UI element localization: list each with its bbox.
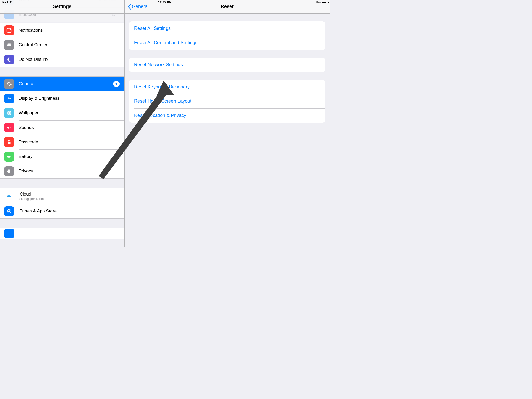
display-icon: AA [4,94,14,103]
sidebar-item-icloud[interactable]: iCloud fskurt@gmail.com [0,188,124,204]
sidebar-item-general[interactable]: General 1 [0,77,124,91]
reset-location-privacy[interactable]: Reset Location & Privacy [129,108,325,123]
sidebar-item-privacy[interactable]: Privacy [0,164,124,178]
status-device: iPad [2,1,8,4]
sidebar-item-label: Control Center [19,42,124,48]
cloud-icon [4,191,14,201]
sidebar-item-label: Battery [19,154,124,159]
reset-network-settings[interactable]: Reset Network Settings [129,58,325,72]
sidebar-item-label: Notifications [19,28,124,33]
icloud-subtitle: fskurt@gmail.com [19,197,124,201]
svg-rect-13 [8,142,11,144]
lock-icon [4,137,14,147]
sidebar-item-notifications[interactable]: Notifications [0,23,124,38]
appstore-icon [4,206,14,216]
row-label: Erase All Content and Settings [134,40,197,45]
reset-section-1: Reset All Settings Erase All Content and… [129,21,325,50]
reset-section-3: Reset Keyboard Dictionary Reset Home Scr… [129,80,325,123]
row-label: Reset Location & Privacy [134,113,186,118]
sidebar-group-1: Notifications Control Center Do Not Dist… [0,23,124,67]
sidebar-item-label: Do Not Disturb [19,57,124,62]
sidebar-badge: 1 [113,81,120,87]
reset-home-screen-layout[interactable]: Reset Home Screen Layout [129,94,325,108]
svg-rect-3 [7,45,11,46]
reset-keyboard-dictionary[interactable]: Reset Keyboard Dictionary [129,80,325,94]
svg-point-4 [8,44,9,44]
sidebar-item-label: Display & Brightness [19,96,124,101]
sidebar-item-label: General [19,81,113,87]
row-label: Reset Network Settings [134,62,183,68]
sidebar-group-2: General 1 AA Display & Brightness Wallp [0,76,124,179]
next-icon [4,229,14,238]
sidebar-item-wallpaper[interactable]: Wallpaper [0,106,124,120]
svg-point-5 [10,45,10,46]
sidebar-item-control-center[interactable]: Control Center [0,38,124,52]
svg-point-1 [10,29,11,30]
sidebar-item-label: iCloud [19,192,124,197]
hand-icon [4,166,14,176]
svg-rect-14 [7,156,11,157]
sidebar-group-3: iCloud fskurt@gmail.com iTunes & App Sto… [0,188,124,219]
sidebar-item-do-not-disturb[interactable]: Do Not Disturb [0,52,124,67]
sidebar-item-itunes-appstore[interactable]: iTunes & App Store [0,204,124,218]
gear-icon [4,79,14,89]
sidebar-item-label: Passcode [19,139,124,145]
settings-sidebar: Wi-Fi superhero Bluetooth Off Settings [0,0,125,247]
sidebar-group-4 [0,228,124,239]
sidebar-item-sounds[interactable]: Sounds [0,120,124,135]
battery-icon [322,1,328,4]
status-time: 12:35 PM [158,1,171,4]
sidebar-item-battery[interactable]: Battery [0,149,124,164]
detail-pane: General Reset Reset All Settings Erase A… [125,0,330,247]
reset-section-2: Reset Network Settings [129,58,325,72]
svg-rect-15 [11,156,11,157]
row-label: Reset Keyboard Dictionary [134,84,190,90]
status-bar: iPad 12:35 PM 58% [0,0,330,5]
row-label: Reset Home Screen Layout [134,98,191,104]
battery-icon [4,152,14,162]
sidebar-item-label: Privacy [19,169,124,174]
sidebar-item-next[interactable] [0,228,124,239]
wifi-icon [9,1,12,4]
svg-text:AA: AA [7,97,11,100]
notifications-icon [4,25,14,35]
sidebar-item-label: Wallpaper [19,110,124,116]
row-label: Reset All Settings [134,26,171,31]
sidebar-item-label: iTunes & App Store [19,209,124,214]
status-battery-pct: 58% [315,1,321,4]
sidebar-item-display-brightness[interactable]: AA Display & Brightness [0,91,124,106]
control-center-icon [4,40,14,50]
sidebar-item-passcode[interactable]: Passcode [0,135,124,149]
wallpaper-icon [4,108,14,118]
sounds-icon [4,123,14,132]
moon-icon [4,55,14,64]
reset-all-settings[interactable]: Reset All Settings [129,21,325,36]
erase-all-content[interactable]: Erase All Content and Settings [129,36,325,50]
sidebar-item-label: Sounds [19,125,124,130]
